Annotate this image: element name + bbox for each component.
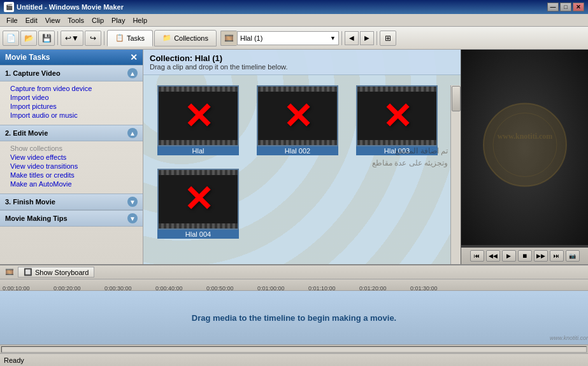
redo-button[interactable]: ↪	[85, 31, 101, 46]
section-edit-content: Show collections View video effects View…	[0, 141, 143, 194]
undo-button[interactable]: ↩▼	[61, 31, 83, 46]
import-video-link[interactable]: Import video	[10, 93, 138, 102]
section-capture-content: Capture from video device Import video I…	[0, 81, 143, 125]
show-collections-link: Show collections	[10, 144, 138, 153]
tab-tasks[interactable]: 📋 Tasks	[107, 30, 153, 46]
horizontal-scroll-track[interactable]	[1, 346, 587, 353]
status-bar: Ready	[0, 353, 588, 366]
menu-file[interactable]: File	[3, 15, 22, 25]
ruler-mark-5: 0:01:00:00	[257, 285, 285, 292]
section-edit-title: 2. Edit Movie	[5, 129, 48, 137]
forward-nav-button[interactable]: ▶	[360, 31, 374, 45]
import-pictures-link[interactable]: Import pictures	[10, 102, 138, 111]
scroll-thumb[interactable]	[452, 86, 461, 111]
open-button[interactable]: 📂	[20, 31, 37, 46]
capture-from-device-link[interactable]: Capture from video device	[10, 84, 138, 93]
timeline-scrollbar[interactable]	[0, 344, 588, 353]
menu-help[interactable]: Help	[129, 15, 151, 25]
view-video-transitions-link[interactable]: View video transitions	[10, 162, 138, 171]
preview-skip-start-button[interactable]: ⏮	[470, 250, 484, 262]
timeline-drop-text: Drag media to the timeline to begin maki…	[3, 313, 585, 323]
view-toggle-button[interactable]: ⊞	[380, 31, 396, 46]
save-button[interactable]: 💾	[38, 31, 55, 46]
storyboard-icon: 🔲	[24, 268, 32, 276]
collection-content-area: Collection: Hlal (1) Drag a clip and dro…	[143, 50, 461, 264]
menu-play[interactable]: Play	[108, 15, 129, 25]
clip-thumbnail: ✕	[356, 85, 438, 146]
ruler-mark-0: 0:00:10:00	[3, 285, 30, 292]
panel-title: Movie Tasks	[5, 53, 50, 62]
clip-thumbnail: ✕	[257, 85, 338, 146]
collapse-tips-icon: ▼	[127, 213, 138, 223]
storyboard-label: Show Storyboard	[35, 269, 89, 276]
clip-label: Hlal	[157, 146, 239, 155]
separator-3	[341, 31, 342, 45]
ruler-mark-4: 0:00:50:00	[206, 285, 234, 292]
clip-label: Hlal 002	[257, 146, 338, 155]
make-titles-link[interactable]: Make titles or credits	[10, 171, 138, 179]
tasks-icon: 📋	[115, 34, 124, 42]
collections-folder-icon: 📁	[162, 34, 171, 42]
new-button[interactable]: 📄	[3, 31, 19, 46]
section-finish-header[interactable]: 3. Finish Movie ▼	[0, 194, 143, 210]
clip-thumbnail: ✕	[157, 169, 239, 230]
menu-view[interactable]: View	[41, 15, 64, 25]
import-audio-link[interactable]: Import audio or music	[10, 111, 138, 120]
clip-thumbnail: ✕	[157, 85, 239, 146]
title-bar: 🎬 Untitled - Windows Movie Maker — □ ✕	[0, 0, 588, 14]
collections-tab-label: Collections	[174, 34, 208, 42]
minimize-button[interactable]: —	[547, 3, 559, 11]
menu-clip[interactable]: Clip	[88, 15, 108, 25]
tasks-tab-label: Tasks	[127, 34, 145, 42]
menu-tools[interactable]: Tools	[64, 15, 88, 25]
clip-x-icon: ✕	[183, 178, 213, 220]
clip-item[interactable]: ✕ Hlal	[154, 85, 243, 158]
timeline-signature: www.knotiti.com	[550, 335, 582, 341]
clip-icon-btn[interactable]: 🎞️	[220, 31, 237, 46]
make-automovie-link[interactable]: Make an AutoMovie	[10, 179, 138, 188]
collapse-edit-icon: ▲	[127, 128, 138, 138]
dropdown-value: Hlal (1)	[240, 34, 262, 42]
film-strip-icon: 🎞️	[5, 268, 14, 276]
menu-edit[interactable]: Edit	[22, 15, 41, 25]
left-panel: Movie Tasks ✕ 1. Capture Video ▲ Capture…	[0, 50, 143, 264]
tab-collections[interactable]: 📁 Collections	[154, 30, 217, 46]
preview-panel: www.knotiti.com ⏮ ◀◀ ▶ ⏹ ▶▶ ⏭ 📷	[461, 50, 588, 264]
preview-stop-button[interactable]: ⏹	[518, 250, 532, 262]
clip-item[interactable]: ✕ Hlal 004	[154, 169, 243, 242]
section-tips-header[interactable]: Movie Making Tips ▼	[0, 210, 143, 227]
show-storyboard-button[interactable]: 🔲 Show Storyboard	[18, 267, 94, 278]
preview-skip-end-button[interactable]: ⏭	[550, 250, 564, 262]
preview-play-button[interactable]: ▶	[502, 250, 516, 262]
collection-dropdown[interactable]: Hlal (1) ▼	[237, 31, 339, 45]
clip-item[interactable]: ✕ Hlal 002	[253, 85, 342, 158]
preview-rewind-button[interactable]: ◀◀	[486, 250, 500, 262]
section-tips-title: Movie Making Tips	[5, 215, 68, 222]
clip-x-icon: ✕	[382, 95, 412, 137]
content-scrollbar[interactable]	[450, 85, 461, 264]
preview-watermark: www.knotiti.com	[480, 100, 570, 195]
ruler-mark-1: 0:00:20:00	[54, 285, 81, 292]
maximize-button[interactable]: □	[560, 3, 571, 11]
ruler-mark-8: 0:01:30:00	[410, 285, 438, 292]
clip-x-icon: ✕	[283, 95, 313, 137]
timeline-ruler: 0:00:10:00 0:00:20:00 0:00:30:00 0:00:40…	[0, 279, 588, 291]
svg-text:www.knotiti.com: www.knotiti.com	[497, 131, 552, 140]
status-text: Ready	[4, 356, 24, 364]
panel-close-button[interactable]: ✕	[130, 52, 138, 62]
preview-snapshot-button[interactable]: 📷	[566, 250, 580, 262]
section-finish-title: 3. Finish Movie	[5, 198, 55, 206]
section-edit-header[interactable]: 2. Edit Movie ▲	[0, 125, 143, 141]
ruler-mark-2: 0:00:30:00	[104, 285, 132, 292]
back-nav-button[interactable]: ◀	[345, 31, 359, 45]
svg-point-0	[484, 103, 566, 186]
view-video-effects-link[interactable]: View video effects	[10, 153, 138, 162]
menu-bar: File Edit View Tools Clip Play Help	[0, 14, 588, 27]
timeline-content[interactable]: Drag media to the timeline to begin maki…	[0, 291, 588, 344]
window-controls[interactable]: — □ ✕	[547, 3, 584, 11]
preview-forward-button[interactable]: ▶▶	[534, 250, 548, 262]
section-capture-header[interactable]: 1. Capture Video ▲	[0, 65, 143, 81]
separator-1	[57, 31, 58, 45]
close-button[interactable]: ✕	[573, 3, 584, 11]
app-icon: 🎬	[4, 2, 14, 12]
